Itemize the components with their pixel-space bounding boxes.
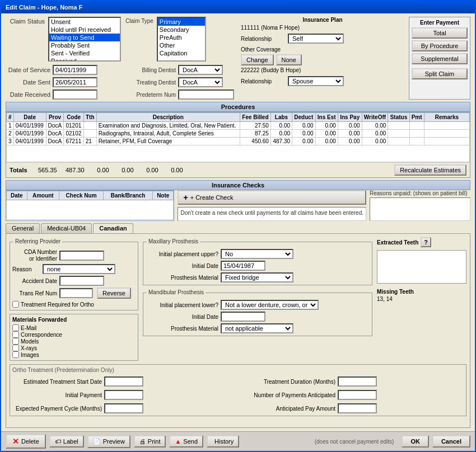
type-primary[interactable]: Primary xyxy=(158,18,205,26)
mandibular-material-select[interactable]: not applicable xyxy=(221,323,293,333)
table-row[interactable]: 2 04/01/1999 DocA 02102 Radiographs, Int… xyxy=(7,130,470,138)
treating-dentist-select[interactable]: DocA xyxy=(178,77,223,87)
tab-canadian[interactable]: Canadian xyxy=(93,223,133,233)
missing-teeth-section: Missing Teeth 13, 14 xyxy=(377,289,466,302)
correspondence-checkbox[interactable] xyxy=(12,331,19,338)
send-button[interactable]: ▲ Send xyxy=(169,435,203,448)
send-label: Send xyxy=(183,438,198,445)
mandibular-date-input[interactable] xyxy=(221,312,265,322)
xrays-checkbox[interactable] xyxy=(12,345,19,351)
status-waiting[interactable]: Waiting to Send xyxy=(49,34,120,41)
type-secondary[interactable]: Secondary xyxy=(158,26,205,34)
history-button[interactable]: History xyxy=(207,435,239,448)
date-received-input[interactable] xyxy=(53,90,97,100)
supplemental-button[interactable]: Supplemental xyxy=(412,53,468,64)
col-num: # xyxy=(7,113,14,122)
maxillary-label: Maxillary Prosthesis xyxy=(147,238,200,244)
mandibular-placement-select[interactable]: Not a lower denture, crown, or bridge xyxy=(221,300,319,310)
models-row: Models xyxy=(12,338,136,345)
row1-num: 1 xyxy=(7,122,14,130)
create-check-button[interactable]: + + Create Check xyxy=(178,190,366,205)
treatment-ortho-checkbox[interactable] xyxy=(12,301,19,308)
extracted-teeth-help[interactable]: ? xyxy=(421,237,431,247)
reason-select[interactable]: none xyxy=(43,264,115,274)
claim-status-listbox[interactable]: Unsent Hold until Pri received Waiting t… xyxy=(48,17,121,62)
relationship-select[interactable]: Self xyxy=(288,34,344,44)
cda-input[interactable] xyxy=(59,251,104,261)
status-hold[interactable]: Hold until Pri received xyxy=(49,26,120,34)
reasons-text-area[interactable] xyxy=(370,197,470,221)
claim-status-label: Claim Status xyxy=(6,17,45,25)
cancel-button[interactable]: Cancel xyxy=(432,435,470,448)
row1-status xyxy=(388,122,409,130)
delete-button[interactable]: ✕ Delete xyxy=(6,434,46,449)
table-row[interactable]: 1 04/01/1999 DocA 01201 Examination and … xyxy=(7,122,470,130)
ortho-cycle-input[interactable] xyxy=(104,403,143,413)
ortho-cycle-label: Expected Payment Cycle (Months) xyxy=(12,406,102,412)
row3-writeoff: 0.00 xyxy=(362,138,388,145)
email-checkbox[interactable] xyxy=(12,324,19,331)
ortho-start-input[interactable] xyxy=(104,376,143,387)
change-button[interactable]: Change xyxy=(241,54,274,65)
extracted-teeth-label: Extracted Teeth xyxy=(377,239,418,246)
row2-ins-est: 0.00 xyxy=(315,130,338,138)
reverse-button[interactable]: Reverse xyxy=(97,288,131,299)
ok-button[interactable]: OK xyxy=(402,435,429,448)
maxillary-material-select[interactable]: Fixed bridge xyxy=(221,272,293,282)
print-button[interactable]: 🖨 Print xyxy=(134,435,166,448)
type-capitation[interactable]: Capitation xyxy=(158,49,205,57)
total-button[interactable]: Total xyxy=(412,27,468,39)
status-received[interactable]: Received xyxy=(49,57,120,62)
images-checkbox[interactable] xyxy=(12,351,19,358)
preview-button[interactable]: 📄 Preview xyxy=(87,435,130,448)
label-button[interactable]: 🏷 Label xyxy=(49,435,84,448)
row3-date: 04/01/1999 xyxy=(13,138,46,145)
claim-type-listbox[interactable]: Primary Secondary PreAuth Other Capitati… xyxy=(157,17,206,62)
split-claim-button[interactable]: Split Claim xyxy=(412,68,468,79)
col-date: Date xyxy=(13,113,46,122)
window-title: Edit Claim - Hope, Noma F xyxy=(6,4,83,11)
status-probably[interactable]: Probably Sent xyxy=(49,41,120,49)
row2-code: 02102 xyxy=(64,130,83,138)
mandibular-material-label: Prosthesis Material xyxy=(146,326,218,332)
predeterm-input[interactable] xyxy=(178,90,234,100)
other-coverage-label: Other Coverage xyxy=(241,46,404,53)
row1-code: 01201 xyxy=(64,122,83,130)
tab-medical-ub04[interactable]: Medical-UB04 xyxy=(41,223,92,233)
models-checkbox[interactable] xyxy=(12,338,19,345)
type-preauth[interactable]: PreAuth xyxy=(158,34,205,41)
ortho-num-payments-input[interactable] xyxy=(338,390,377,400)
status-sent-verified[interactable]: Sent - Verified xyxy=(49,49,120,57)
maxillary-placement-select[interactable]: No Yes xyxy=(221,249,293,259)
tab-general[interactable]: General xyxy=(6,223,40,233)
email-label: E-Mail xyxy=(21,325,36,331)
none-button[interactable]: None xyxy=(276,54,302,65)
ortho-duration-input[interactable] xyxy=(338,376,377,387)
extracted-teeth-box[interactable] xyxy=(377,250,466,284)
ortho-payment-input[interactable] xyxy=(104,390,143,400)
by-procedure-button[interactable]: By Procedure xyxy=(412,40,468,51)
bottom-bar: ✕ Delete 🏷 Label 📄 Preview 🖨 Print ▲ Sen… xyxy=(1,431,475,451)
type-other[interactable]: Other xyxy=(158,41,205,49)
row3-ins-est: 0.00 xyxy=(315,138,338,145)
ortho-anticipated-input[interactable] xyxy=(338,403,377,413)
accident-date-input[interactable] xyxy=(59,276,104,286)
procedures-section: Procedures # Date Prov Code Tth Descript… xyxy=(6,102,470,178)
col-remarks: Remarks xyxy=(424,113,469,122)
trans-ref-input[interactable] xyxy=(59,288,93,298)
row3-desc: Retainer, PFM, Full Coverage xyxy=(96,138,240,145)
table-row[interactable]: 3 04/01/1999 DocA 67211 21 Retainer, PFM… xyxy=(7,138,470,145)
col-prov: Prov xyxy=(46,113,64,122)
date-sent-input[interactable] xyxy=(53,77,97,87)
date-of-service-input[interactable] xyxy=(53,65,97,75)
billing-dentist-select[interactable]: DocA xyxy=(178,65,223,75)
status-unsent[interactable]: Unsent xyxy=(49,18,120,26)
recalculate-button[interactable]: Recalculate Estimates xyxy=(394,164,466,176)
row3-num: 3 xyxy=(7,138,14,145)
mandibular-date-label: Initial Date xyxy=(146,314,218,320)
maxillary-date-input[interactable] xyxy=(221,261,265,271)
referring-provider-box: Referring Provider CDA Numberor Identifi… xyxy=(10,242,138,310)
models-label: Models xyxy=(21,338,39,345)
row2-pmt xyxy=(409,130,424,138)
relationship2-select[interactable]: Spouse xyxy=(288,76,344,86)
